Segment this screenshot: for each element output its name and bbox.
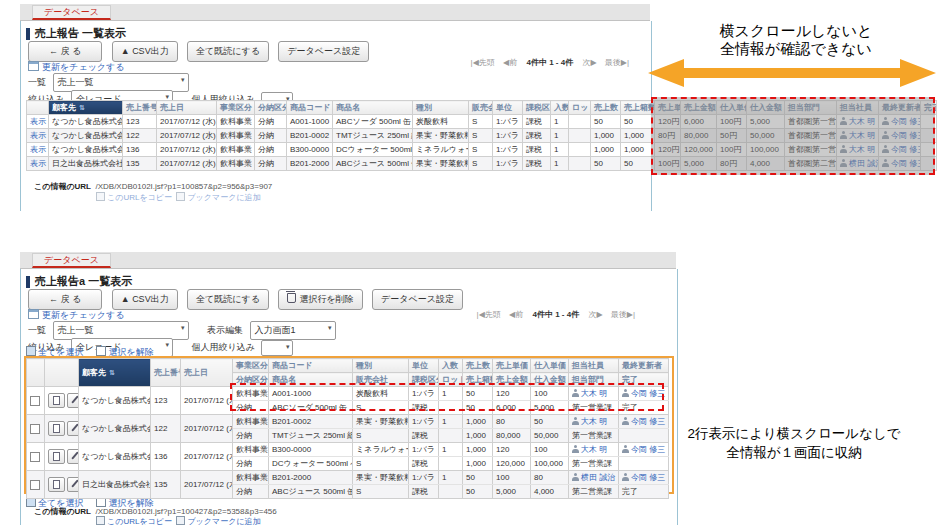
table-cell: S [353, 401, 409, 415]
table-cell: なつかし食品株式会社 [49, 143, 123, 157]
edit-record-button[interactable] [67, 421, 79, 436]
record: なつかし食品株式会社1222017/07/12 (水)飲料事業B201-0002… [27, 415, 669, 443]
database-settings-button-bottom[interactable]: データベース設定 [372, 289, 463, 310]
row-checkbox[interactable] [30, 424, 40, 434]
delete-selected-rows-button[interactable]: 選択行を削除 [278, 289, 362, 310]
table-cell: 1:バラ [409, 415, 439, 429]
table-cell: 課税 [523, 129, 551, 143]
record-url-row-top: この情報のURL /XDB/XDB0102I.jsf?p1=100857&p2=… [34, 181, 272, 192]
edit-record-button[interactable] [67, 477, 79, 492]
table-cell: 120,000 [493, 457, 531, 471]
next-page-button[interactable]: 次▶ [582, 58, 596, 67]
select-cell [27, 443, 45, 471]
bookmark-link-bottom[interactable]: ブックマークに追加 [187, 517, 260, 525]
column-header: 売上日 [157, 101, 217, 115]
user-link[interactable]: 大木 明 [581, 445, 607, 454]
table-cell: 2017/07/12 (水) [157, 129, 217, 143]
column-header[interactable]: 顧客先⇅ [79, 359, 151, 387]
csv-export-button-bottom[interactable]: ▲ CSV出力 [112, 289, 178, 310]
csv-export-button[interactable]: ▲ CSV出力 [112, 41, 178, 62]
view-record-button[interactable] [48, 449, 65, 464]
document-icon [53, 452, 60, 461]
table-cell: 120 [493, 387, 531, 401]
table-cell: S [353, 457, 409, 471]
csv-export-icon: ▲ [121, 46, 130, 56]
user-link[interactable]: 大木 明 [581, 389, 607, 398]
record-url: /XDB/XDB0102I.jsf?p1=100857&p2=956&p3=90… [95, 182, 272, 191]
view-link[interactable]: 表示 [30, 145, 46, 154]
check-updates-icon-bottom [28, 309, 39, 319]
bookmark-link[interactable]: ブックマークに追加 [187, 193, 260, 202]
table-cell: 1,000 [463, 457, 493, 471]
mark-all-read-button-bottom[interactable]: 全て既読にする [187, 289, 269, 310]
tab-database[interactable]: データベース [32, 5, 111, 20]
back-button[interactable]: ← 戻 る [28, 41, 102, 62]
table-cell: 飲料事業 [233, 415, 269, 429]
table-cell: 1:バラ [493, 157, 523, 171]
view-record-button[interactable] [48, 393, 65, 408]
first-page-button[interactable]: |◀先頭 [471, 58, 495, 67]
table-cell: 飲料事業 [217, 157, 255, 171]
view-link[interactable]: 表示 [30, 117, 46, 126]
view-record-button[interactable] [48, 421, 65, 436]
database-settings-button[interactable]: データベース設定 [278, 41, 369, 62]
bookmark-icon [176, 192, 185, 201]
row-checkbox[interactable] [30, 480, 40, 490]
tab-database-bottom[interactable]: データベース [32, 253, 111, 268]
table-cell: 123 [151, 387, 181, 415]
table-cell: 課税 [409, 401, 439, 415]
copy-url-link-bottom[interactable]: このURLをコピー [107, 517, 172, 525]
personal-filter-select-bottom[interactable] [261, 340, 293, 356]
table-cell: ミネラルウォーター [353, 443, 409, 457]
column-header: 入数 [439, 359, 463, 373]
back-arrow-icon-bottom: ← [49, 294, 58, 304]
document-icon [53, 396, 60, 405]
table-cell: S [469, 115, 493, 129]
column-header: 販売会社 [353, 373, 409, 387]
last-page-button[interactable]: 最後▶| [605, 58, 629, 67]
pencil-icon [71, 479, 78, 487]
view-link[interactable]: 表示 [30, 131, 46, 140]
table-cell: 4,000 [531, 485, 569, 499]
view-link[interactable]: 表示 [30, 159, 46, 168]
table-cell: 5,000 [493, 485, 531, 499]
table-cell: ABCジュース 500ml 缶 [269, 485, 353, 499]
column-header: 売上箱数 [463, 373, 493, 387]
user-link[interactable]: 大木 明 [581, 417, 607, 426]
check-updates-link[interactable]: 更新をチェックする [42, 62, 124, 72]
table-cell: 分納 [255, 143, 287, 157]
table-cell: 1:バラ [409, 443, 439, 457]
toolbar-top: ← 戻 る ▲ CSV出力 全て既読にする データベース設定 [28, 40, 374, 62]
last-page-button-bottom[interactable]: 最後▶| [611, 310, 635, 319]
column-header[interactable]: 顧客先⇅ [49, 101, 123, 115]
row-checkbox[interactable] [30, 396, 40, 406]
csv-export-icon-bottom: ▲ [121, 294, 130, 304]
view-record-button[interactable] [48, 477, 65, 492]
check-updates-link-bottom[interactable]: 更新をチェックする [42, 310, 124, 320]
prev-page-button[interactable]: ◀前 [503, 58, 517, 67]
user-link[interactable]: 今岡 修三 [631, 473, 665, 482]
actions-cell [45, 443, 79, 471]
edit-record-button[interactable] [67, 393, 79, 408]
mark-all-read-button[interactable]: 全て既読にする [187, 41, 269, 62]
select-column-header [27, 359, 45, 387]
row-checkbox[interactable] [30, 452, 40, 462]
first-page-button-bottom[interactable]: |◀先頭 [477, 310, 501, 319]
copy-url-link[interactable]: このURLをコピー [107, 193, 172, 202]
column-header: 分納区分 [233, 373, 269, 387]
table-cell [439, 485, 463, 499]
person-icon [622, 389, 629, 397]
edit-record-button[interactable] [67, 449, 79, 464]
table-cell: なつかし食品株式会社 [79, 387, 151, 415]
table-cell: B201-0002 [287, 129, 333, 143]
column-header: ロット [569, 101, 591, 115]
table-cell: 1 [551, 129, 569, 143]
table-cell: 課税 [523, 143, 551, 157]
back-button-bottom[interactable]: ← 戻 る [28, 289, 102, 310]
table-cell: 課税 [409, 457, 439, 471]
user-link[interactable]: 今岡 修三 [631, 389, 665, 398]
prev-page-button-bottom[interactable]: ◀前 [509, 310, 523, 319]
next-page-button-bottom[interactable]: 次▶ [588, 310, 602, 319]
user-link[interactable]: 横田 誠治 [581, 473, 615, 482]
table-cell: 50 [591, 115, 621, 129]
